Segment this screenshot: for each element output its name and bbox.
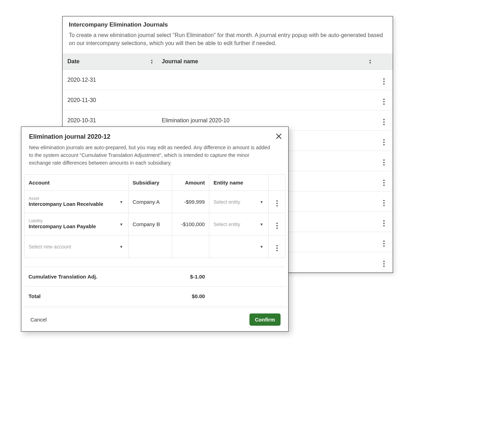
row-actions-menu[interactable] xyxy=(380,179,387,186)
lcol-header-subsidiary: Subsidiary xyxy=(128,175,172,191)
chevron-down-icon: ▼ xyxy=(260,245,263,249)
col-header-date-label: Date xyxy=(67,58,80,64)
journal-line-new: Select new account ▼ ▼ xyxy=(24,236,285,258)
elimination-journal-modal: Elimination journal 2020-12 New eliminat… xyxy=(21,127,289,332)
col-header-journal-name[interactable]: Journal name ▲▼ xyxy=(157,53,375,70)
line-actions-menu[interactable] xyxy=(274,222,281,229)
chevron-down-icon: ▼ xyxy=(119,222,123,226)
row-actions-menu[interactable] xyxy=(380,260,387,267)
summary-row-total: Total $0.00 xyxy=(24,287,285,306)
row-actions-menu[interactable] xyxy=(380,220,387,227)
panel-description: To create a new elimination journal sele… xyxy=(69,31,386,47)
row-actions-menu[interactable] xyxy=(380,98,387,105)
modal-description: New elimination journals are auto-prepar… xyxy=(29,144,281,167)
account-type-label: Asset xyxy=(29,196,114,201)
row-actions-menu[interactable] xyxy=(380,240,387,247)
panel-title: Intercompany Elimination Journals xyxy=(69,21,386,28)
account-select[interactable]: Liability Intercompany Loan Payable ▼ xyxy=(29,219,124,230)
col-header-date[interactable]: Date ▲▼ xyxy=(63,53,157,70)
entity-select[interactable]: Select entity ▼ xyxy=(213,221,264,227)
entity-placeholder: Select entity xyxy=(213,199,240,205)
row-actions-menu[interactable] xyxy=(380,118,387,125)
entity-select[interactable]: Select entity ▼ xyxy=(213,199,264,205)
table-row: 2020-11-30 xyxy=(63,90,393,110)
confirm-button[interactable]: Confirm xyxy=(249,313,281,326)
lcol-header-amount: Amount xyxy=(172,175,209,191)
modal-title: Elimination journal 2020-12 xyxy=(29,133,281,140)
account-select[interactable]: Select new account ▼ xyxy=(29,244,124,250)
journal-lines-table: Account Subsidiary Amount Entity name As… xyxy=(24,174,285,306)
chevron-down-icon: ▼ xyxy=(119,245,123,249)
row-actions-menu[interactable] xyxy=(380,78,387,85)
close-icon[interactable] xyxy=(275,132,283,140)
chevron-down-icon: ▼ xyxy=(119,200,123,204)
subsidiary-cell: Company A xyxy=(128,191,172,213)
cancel-button[interactable]: Cancel xyxy=(29,315,48,325)
line-actions-menu[interactable] xyxy=(274,200,281,207)
lcol-header-actions xyxy=(269,175,285,191)
cta-amount: $-1.00 xyxy=(172,267,209,287)
cell-journal-name xyxy=(157,70,375,90)
account-type-label: Liability xyxy=(29,219,114,223)
journal-line: Asset Intercompany Loan Receivable ▼ Com… xyxy=(24,191,285,213)
journal-line: Liability Intercompany Loan Payable ▼ Co… xyxy=(24,213,285,236)
cell-journal-name xyxy=(157,90,375,110)
summary-row-cta: Cumulative Translation Adj. $-1.00 xyxy=(24,267,285,287)
col-header-journal-name-label: Journal name xyxy=(162,58,198,64)
lcol-header-entity: Entity name xyxy=(209,175,269,191)
amount-cell[interactable] xyxy=(172,236,209,258)
total-label: Total xyxy=(24,287,129,306)
sort-icon[interactable]: ▲▼ xyxy=(369,59,372,64)
cell-date: 2020-12-31 xyxy=(63,70,157,90)
new-account-placeholder: Select new account xyxy=(29,244,71,250)
subsidiary-cell xyxy=(128,236,172,258)
panel-header: Intercompany Elimination Journals To cre… xyxy=(63,16,393,53)
subsidiary-cell: Company B xyxy=(128,213,172,236)
chevron-down-icon: ▼ xyxy=(260,222,263,226)
cell-date: 2020-11-30 xyxy=(63,90,157,110)
lcol-header-account: Account xyxy=(24,175,129,191)
modal-header: Elimination journal 2020-12 New eliminat… xyxy=(21,127,288,167)
row-actions-menu[interactable] xyxy=(380,139,387,146)
row-actions-menu[interactable] xyxy=(380,159,387,166)
col-header-actions xyxy=(375,53,393,70)
sort-icon[interactable]: ▲▼ xyxy=(150,59,153,64)
amount-cell[interactable]: -$100,000 xyxy=(172,213,209,236)
account-select[interactable]: Asset Intercompany Loan Receivable ▼ xyxy=(29,196,124,208)
cta-label: Cumulative Translation Adj. xyxy=(24,267,129,287)
total-amount: $0.00 xyxy=(172,287,209,306)
table-row: 2020-12-31 xyxy=(63,70,393,90)
entity-placeholder: Select entity xyxy=(213,222,240,227)
chevron-down-icon: ▼ xyxy=(260,200,263,204)
account-name: Intercompany Loan Receivable xyxy=(29,201,114,207)
line-actions-menu[interactable] xyxy=(274,245,281,252)
row-actions-menu[interactable] xyxy=(380,200,387,207)
account-name: Intercompany Loan Payable xyxy=(29,224,114,230)
modal-footer: Cancel Confirm xyxy=(21,308,288,331)
amount-cell[interactable]: -$99,999 xyxy=(172,191,209,213)
